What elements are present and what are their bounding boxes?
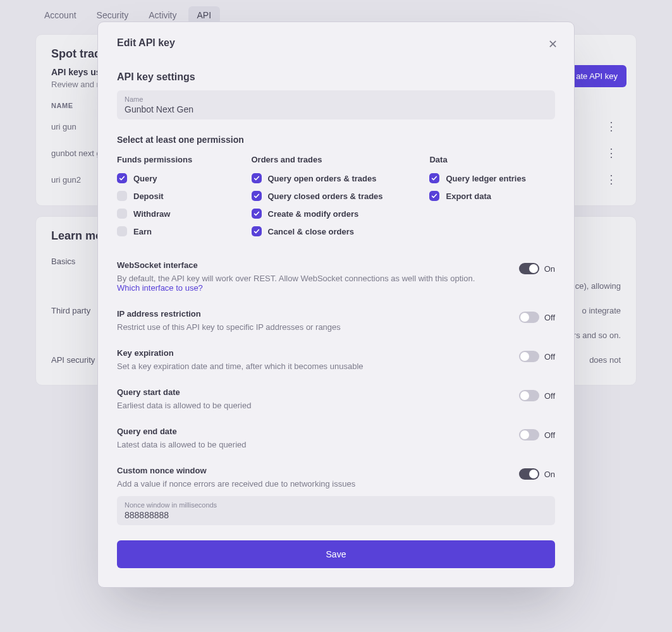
option-title: WebSocket interface bbox=[117, 260, 506, 270]
perm-label: Cancel & close orders bbox=[268, 227, 355, 236]
perm-label: Earn bbox=[133, 227, 152, 236]
toggle-ip[interactable] bbox=[519, 312, 539, 323]
perm-label: Withdraw bbox=[133, 209, 170, 219]
checkbox-checked-icon[interactable] bbox=[252, 173, 262, 183]
perm-label: Deposit bbox=[133, 191, 164, 201]
perm-label: Query closed orders & trades bbox=[268, 191, 383, 201]
perm-col-title: Funds permissions bbox=[117, 155, 243, 164]
option-qstart: Query start dateEarliest data is allowed… bbox=[117, 387, 555, 410]
toggle-knob bbox=[520, 313, 529, 322]
toggle-label: Off bbox=[544, 313, 555, 322]
checkbox-checked-icon[interactable] bbox=[252, 191, 262, 201]
toggle-websocket[interactable] bbox=[519, 263, 539, 274]
toggle-label: Off bbox=[544, 352, 555, 362]
settings-section-title: API key settings bbox=[117, 71, 555, 83]
close-icon[interactable]: ✕ bbox=[546, 35, 560, 54]
nonce-input[interactable] bbox=[125, 510, 547, 520]
option-qend: Query end dateLatest data is allowed to … bbox=[117, 427, 555, 449]
permissions-title: Select at least one permission bbox=[117, 135, 555, 145]
nonce-field-label: Nonce window in milliseconds bbox=[125, 501, 547, 509]
name-field[interactable]: Name bbox=[117, 90, 555, 119]
option-expiration: Key expirationSet a key expiration date … bbox=[117, 348, 555, 371]
toggle-label: On bbox=[544, 264, 555, 274]
modal-title: Edit API key bbox=[117, 37, 555, 49]
toggle-qend[interactable] bbox=[519, 429, 539, 441]
perm-label: Query ledger entries bbox=[446, 174, 525, 183]
checkbox-checked-icon[interactable] bbox=[429, 191, 439, 201]
name-input[interactable] bbox=[125, 104, 547, 114]
toggle-label: Off bbox=[544, 430, 555, 440]
perm-checkbox-query[interactable]: Query bbox=[117, 173, 243, 183]
option-title: Query end date bbox=[117, 427, 506, 436]
toggle-knob bbox=[520, 352, 529, 361]
option-websocket: WebSocket interfaceBy default, the API k… bbox=[117, 260, 555, 293]
name-field-label: Name bbox=[125, 95, 547, 103]
checkbox-icon[interactable] bbox=[117, 226, 127, 236]
perm-label: Export data bbox=[446, 191, 491, 201]
option-desc: Earliest data is allowed to be queried bbox=[117, 401, 506, 410]
perm-checkbox-query-closed-orders-trades[interactable]: Query closed orders & trades bbox=[252, 191, 421, 201]
checkbox-checked-icon[interactable] bbox=[429, 173, 439, 183]
permissions-grid: Funds permissionsQueryDepositWithdrawEar… bbox=[117, 155, 555, 244]
toggle-knob bbox=[520, 430, 529, 439]
perm-col-title: Data bbox=[429, 155, 555, 164]
option-title: IP address restriction bbox=[117, 309, 506, 319]
checkbox-icon[interactable] bbox=[117, 209, 127, 219]
checkbox-checked-icon[interactable] bbox=[252, 209, 262, 219]
toggle-knob bbox=[529, 264, 538, 273]
toggle-knob bbox=[529, 470, 538, 478]
perm-col-title: Orders and trades bbox=[252, 155, 421, 164]
perm-label: Query bbox=[133, 174, 157, 183]
perm-checkbox-query-open-orders-trades[interactable]: Query open orders & trades bbox=[252, 173, 421, 183]
perm-checkbox-withdraw[interactable]: Withdraw bbox=[117, 209, 243, 219]
option-title: Key expiration bbox=[117, 348, 506, 358]
toggle-nonce[interactable] bbox=[519, 468, 539, 480]
toggle-qstart[interactable] bbox=[519, 390, 539, 401]
perm-checkbox-cancel-close-orders[interactable]: Cancel & close orders bbox=[252, 226, 421, 236]
option-desc: By default, the API key will work over R… bbox=[117, 274, 506, 293]
toggle-expiration[interactable] bbox=[519, 351, 539, 362]
save-button[interactable]: Save bbox=[117, 540, 555, 568]
option-ip: IP address restrictionRestrict use of th… bbox=[117, 309, 555, 332]
perm-checkbox-earn[interactable]: Earn bbox=[117, 226, 243, 236]
toggle-knob bbox=[520, 391, 529, 400]
toggle-label: On bbox=[544, 470, 555, 479]
perm-label: Create & modify orders bbox=[268, 209, 359, 219]
option-desc: Set a key expiration date and time, afte… bbox=[117, 362, 506, 371]
perm-checkbox-export-data[interactable]: Export data bbox=[429, 191, 555, 201]
option-title: Query start date bbox=[117, 387, 506, 397]
modal-overlay: Edit API key ✕ API key settings Name Sel… bbox=[0, 0, 672, 632]
option-nonce: Custom nonce windowAdd a value if nonce … bbox=[117, 466, 555, 489]
option-desc: Restrict use of this API key to specific… bbox=[117, 322, 506, 332]
perm-checkbox-query-ledger-entries[interactable]: Query ledger entries bbox=[429, 173, 555, 183]
checkbox-checked-icon[interactable] bbox=[117, 173, 127, 183]
option-help-link[interactable]: Which interface to use? bbox=[117, 283, 203, 293]
option-desc: Latest data is allowed to be queried bbox=[117, 440, 506, 449]
option-desc: Add a value if nonce errors are received… bbox=[117, 479, 506, 489]
perm-label: Query open orders & trades bbox=[268, 174, 377, 183]
checkbox-icon[interactable] bbox=[117, 191, 127, 201]
toggle-label: Off bbox=[544, 391, 555, 401]
nonce-field[interactable]: Nonce window in milliseconds bbox=[117, 496, 555, 525]
checkbox-checked-icon[interactable] bbox=[252, 226, 262, 236]
perm-checkbox-create-modify-orders[interactable]: Create & modify orders bbox=[252, 209, 421, 219]
option-title: Custom nonce window bbox=[117, 466, 506, 475]
perm-checkbox-deposit[interactable]: Deposit bbox=[117, 191, 243, 201]
edit-api-key-modal: Edit API key ✕ API key settings Name Sel… bbox=[97, 21, 575, 588]
